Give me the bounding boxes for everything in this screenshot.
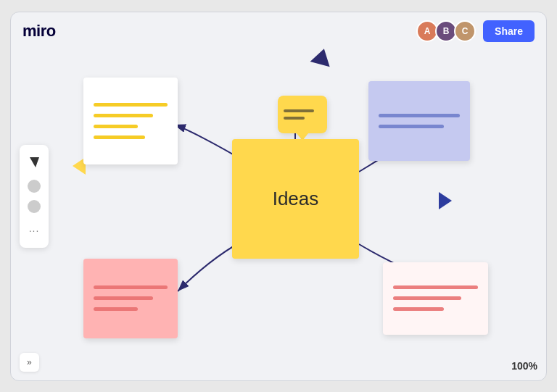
line-purple-2 [379,125,444,128]
note-purple-lines [368,81,470,161]
canvas: Ideas [11,12,546,380]
line-tl-4 [94,135,145,139]
note-top-left[interactable] [83,78,178,164]
logo: miro [22,22,56,41]
share-button[interactable]: Share [483,20,535,42]
line-br-1 [393,285,478,289]
center-node-label: Ideas [273,188,319,210]
note-pink-lines [83,259,178,338]
more-tools[interactable]: ··· [24,220,44,241]
center-node[interactable]: Ideas [232,139,359,259]
chat-lines [278,105,327,124]
note-bottom-right[interactable] [383,262,488,335]
line-tl-2 [94,114,153,117]
note-purple[interactable] [368,81,470,161]
avatar-3: C [454,20,476,42]
expand-button[interactable]: » [20,353,39,372]
line-tl-3 [94,125,138,128]
line-pink-2 [94,296,153,300]
expand-icon: » [27,357,32,367]
chat-line-1 [284,109,314,112]
note-pink[interactable] [83,259,178,338]
line-br-3 [393,307,444,311]
header-right: A B C Share [416,20,535,42]
tool-dot-1[interactable] [28,180,41,193]
zoom-level: 100% [511,360,537,372]
canvas-container: miro A B C Share ··· [10,12,547,381]
avatars-group: A B C [416,20,476,42]
line-br-2 [393,296,461,300]
line-pink-3 [94,307,138,311]
note-br-lines [383,262,488,335]
line-tl-1 [94,103,168,107]
nav-arrow-blue [439,192,452,209]
line-purple-1 [379,114,460,117]
line-pink-1 [94,285,168,289]
note-top-left-lines [83,78,178,164]
left-toolbar: ··· [20,145,49,248]
cursor-tool[interactable] [24,152,44,172]
header: miro A B C Share [11,12,546,50]
tool-dot-2[interactable] [28,200,41,213]
chat-bubble [278,96,327,133]
chat-line-2 [284,117,305,120]
cursor-icon [30,157,39,167]
